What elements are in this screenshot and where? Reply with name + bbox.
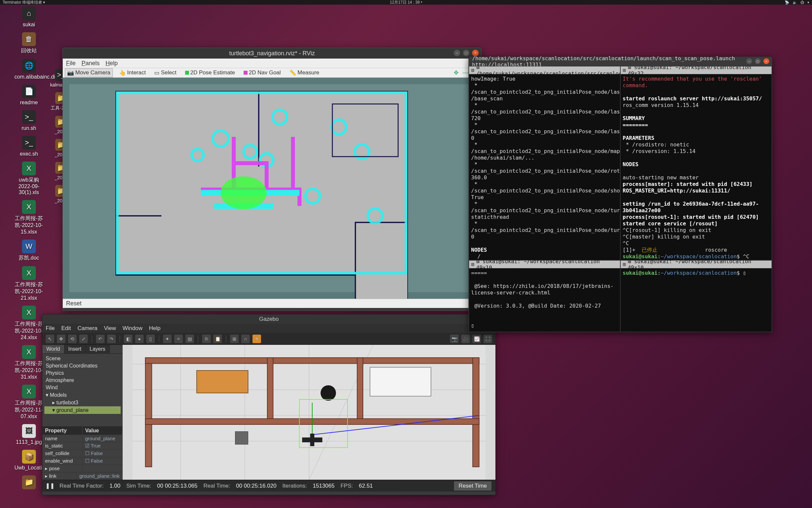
tab-layers[interactable]: Layers: [86, 345, 110, 353]
menu-window[interactable]: Window: [123, 325, 142, 332]
reset-time-button[interactable]: Reset Time: [454, 481, 491, 491]
desktop-icon[interactable]: X工作周报-苏凯-2022-10-24.xlsx: [14, 306, 43, 341]
minimize-button[interactable]: –: [746, 58, 752, 64]
gazebo-titlebar[interactable]: Gazebo: [42, 314, 495, 324]
measure-button[interactable]: 📏 Measure: [287, 69, 322, 77]
tree-item[interactable]: ▸ turtlebot3: [44, 399, 121, 406]
tree-item[interactable]: Spherical Coordinates: [44, 362, 121, 370]
menu-camera[interactable]: Camera: [78, 325, 97, 332]
record-icon[interactable]: 🎥: [461, 335, 470, 343]
property-value[interactable]: ground_plane: [83, 435, 123, 442]
property-row[interactable]: self_collide☐ False: [42, 450, 123, 457]
gazebo-property-grid[interactable]: PropertyValue nameground_planeis_static☑…: [42, 426, 123, 480]
move-camera-button[interactable]: 📷 Move Camera: [65, 69, 113, 77]
arrow-icon[interactable]: ↖: [46, 335, 54, 343]
rotate-icon[interactable]: ⟲: [68, 335, 77, 343]
reset-button[interactable]: Reset: [66, 300, 82, 307]
property-row[interactable]: ▸ linkground_plane::link: [42, 472, 123, 480]
desktop-icon[interactable]: X工作周报-苏凯-2022-10-21.xlsx: [14, 266, 43, 301]
menu-file[interactable]: File: [66, 60, 76, 67]
desktop-icon[interactable]: X工作周报-苏凯-2022-11-07.xlsx: [14, 385, 43, 420]
gazebo-window[interactable]: Gazebo FileEditCameraViewWindowHelp ↖ ✥ …: [42, 314, 496, 495]
power-icon[interactable]: ⏻: [801, 0, 804, 4]
desktop-icon[interactable]: >_exec.sh: [14, 136, 43, 157]
desktop-icon[interactable]: >_run.sh: [14, 110, 43, 131]
terminator-window[interactable]: /home/sukai/workspace/scanlocation/src/s…: [469, 56, 772, 332]
desktop-icon[interactable]: Xuwb采购2022-09-30(1).xls: [14, 162, 43, 196]
terminal-pane-bottom-left[interactable]: ⊞⊞ sukai@sukai: ~/workspace/scanlocation…: [469, 260, 620, 332]
tree-item[interactable]: ▾ ground_plane: [44, 406, 121, 414]
translate-icon[interactable]: ✥: [57, 335, 65, 343]
copy-icon[interactable]: ⎘: [202, 335, 211, 343]
desktop-icon[interactable]: 🗑回收站: [14, 32, 43, 54]
terminal-tab-label[interactable]: ⊞⊞ sukai@sukai: ~/workspace/scanlocation…: [469, 261, 620, 268]
interact-button[interactable]: 👆 Interact: [117, 69, 148, 77]
terminal-tab-label[interactable]: ⊞⊞ sukai@sukai: ~/workspace/scanlocation…: [621, 67, 772, 74]
network-icon[interactable]: 📡: [785, 0, 789, 5]
sun-icon[interactable]: ☀: [252, 335, 261, 343]
desktop-icon[interactable]: 🖼1113_1.jpg: [14, 424, 43, 445]
property-row[interactable]: nameground_plane: [42, 435, 123, 442]
gazebo-tabs[interactable]: WorldInsertLayers: [42, 345, 123, 354]
pose-estimate-button[interactable]: 2D Pose Estimate: [183, 69, 237, 77]
terminator-titlebar[interactable]: /home/sukai/workspace/scanlocation/src/s…: [469, 57, 772, 66]
tree-item[interactable]: Wind: [44, 384, 121, 391]
property-row[interactable]: ▸ pose: [42, 465, 123, 472]
menu-edit[interactable]: Edit: [61, 325, 71, 332]
desktop-icon[interactable]: 🌐com.alibabainc.dingtalk.desktop: [14, 59, 43, 80]
desktop-icon[interactable]: W苏凯.doc: [14, 240, 43, 262]
maximize-button[interactable]: □: [755, 58, 761, 64]
tree-item[interactable]: Physics: [44, 370, 121, 377]
box-icon[interactable]: ◧: [124, 335, 133, 343]
spotlight-icon[interactable]: ✧: [174, 335, 183, 343]
terminal-tab-label[interactable]: ⊞⊞ sukai@sukai: ~/workspace/scanlocation…: [621, 261, 772, 268]
terminal-tab-label[interactable]: ⊞⊞ /home/sukai/workspace/scanlocation/sr…: [469, 67, 620, 74]
top-panel-clock[interactable]: 12月17日 14 : 38 •: [390, 0, 422, 5]
desktop-icon[interactable]: X工作周报-苏凯-2022-10-15.xlsx: [14, 200, 43, 235]
terminal-output[interactable]: howImage: True * /scan_to_pointclod2_to_…: [469, 74, 620, 260]
tab-insert[interactable]: Insert: [64, 345, 86, 353]
property-value[interactable]: ☑ True: [83, 442, 123, 450]
property-value[interactable]: ground_plane::link: [77, 472, 123, 480]
focus-icon[interactable]: ✥: [454, 69, 459, 76]
menu-help[interactable]: Help: [149, 325, 160, 332]
rviz-window[interactable]: turtlebot3_navigation.rviz* - RViz – □ ×…: [62, 48, 482, 311]
menu-file[interactable]: File: [46, 325, 55, 332]
terminal-pane-top-right[interactable]: ⊞⊞ sukai@sukai: ~/workspace/scanlocation…: [620, 66, 772, 260]
close-button[interactable]: ×: [763, 58, 769, 64]
desktop-icon[interactable]: ⌂sukai: [14, 7, 43, 28]
tree-item[interactable]: Scene: [44, 355, 121, 362]
desktop-icon[interactable]: 📄readme: [14, 85, 43, 105]
rviz-menubar[interactable]: File Panels Help: [63, 58, 481, 68]
property-row[interactable]: is_static☑ True: [42, 442, 123, 450]
rviz-titlebar[interactable]: turtlebot3_navigation.rviz* - RViz – □ ×: [63, 48, 481, 58]
cylinder-icon[interactable]: ▯: [146, 335, 155, 343]
paste-icon[interactable]: 📋: [213, 335, 222, 343]
menu-panels[interactable]: Panels: [82, 60, 100, 67]
menu-help[interactable]: Help: [105, 60, 118, 67]
rviz-toolbar[interactable]: 📷 Move Camera 👆 Interact ▭ Select 2D Pos…: [63, 68, 481, 78]
gazebo-toolbar[interactable]: ↖ ✥ ⟲ ⤢ ↶ ↷ ◧ ● ▯ ✦ ✧ ▤ ⎘ 📋 ⊞ ∩ ☀ 📷 🎥 📈 …: [42, 333, 495, 345]
chevron-down-icon[interactable]: ▾: [807, 0, 809, 5]
property-value[interactable]: ☐ False: [83, 457, 123, 465]
tree-item[interactable]: ▾ Models: [44, 391, 121, 399]
terminal-pane-bottom-right[interactable]: ⊞⊞ sukai@sukai: ~/workspace/scanlocation…: [620, 260, 772, 332]
property-value[interactable]: ☐ False: [83, 450, 123, 457]
pointlight-icon[interactable]: ✦: [163, 335, 172, 343]
camera-icon[interactable]: 📷: [450, 335, 459, 343]
terminal-pane-top-left[interactable]: ⊞⊞ /home/sukai/workspace/scanlocation/sr…: [469, 66, 620, 260]
menu-view[interactable]: View: [104, 325, 116, 332]
zoom-out-icon[interactable]: —: [463, 69, 469, 76]
redo-icon[interactable]: ↷: [107, 335, 116, 343]
select-button[interactable]: ▭ Select: [152, 69, 179, 77]
fullscreen-icon[interactable]: ⛶: [484, 335, 492, 343]
minimize-button[interactable]: –: [454, 50, 460, 56]
magnet-icon[interactable]: ∩: [241, 335, 250, 343]
desktop-icon[interactable]: 📦Uwb_Location.zip: [14, 450, 43, 471]
snap-icon[interactable]: ⊞: [230, 335, 239, 343]
maximize-button[interactable]: □: [463, 50, 470, 56]
desktop-icon[interactable]: 📁: [14, 475, 43, 489]
gazebo-3d-view[interactable]: [123, 345, 495, 480]
gazebo-world-tree[interactable]: SceneSpherical CoordinatesPhysicsAtmosph…: [42, 354, 123, 426]
rviz-3d-view[interactable]: [63, 78, 481, 299]
